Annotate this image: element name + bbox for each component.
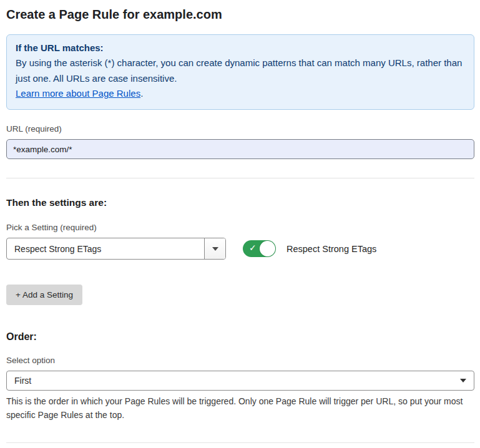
order-section-heading: Order: xyxy=(6,331,474,343)
info-box-heading: If the URL matches: xyxy=(16,41,465,56)
url-input[interactable] xyxy=(6,139,474,159)
order-select-label: Select option xyxy=(6,356,474,365)
chevron-down-icon xyxy=(212,247,218,251)
etags-toggle[interactable]: ✓ xyxy=(243,240,276,257)
learn-more-link[interactable]: Learn more about Page Rules xyxy=(16,88,140,99)
add-setting-button[interactable]: + Add a Setting xyxy=(6,285,82,305)
order-select[interactable]: First xyxy=(6,371,474,391)
setting-select-value: Respect Strong ETags xyxy=(7,238,109,259)
page-rule-form: Create a Page Rule for example.com If th… xyxy=(0,0,480,448)
setting-picker-label: Pick a Setting (required) xyxy=(6,223,474,232)
order-help-text: This is the order in which your Page Rul… xyxy=(6,395,474,422)
info-box-link-line: Learn more about Page Rules. xyxy=(16,86,465,101)
check-icon: ✓ xyxy=(249,243,257,253)
url-field-label: URL (required) xyxy=(6,124,474,134)
etags-toggle-label: Respect Strong ETags xyxy=(287,244,376,254)
page-title: Create a Page Rule for example.com xyxy=(6,7,474,22)
section-divider xyxy=(6,178,474,178)
footer-actions: Cancel Save as Draft Save and Deploy Pag… xyxy=(6,442,474,448)
setting-select-arrow-button[interactable] xyxy=(204,238,225,259)
order-select-value: First xyxy=(14,376,31,386)
link-period: . xyxy=(140,88,143,99)
settings-section-heading: Then the settings are: xyxy=(6,197,474,208)
chevron-down-icon xyxy=(460,379,466,382)
setting-row: Respect Strong ETags ✓ Respect Strong ET… xyxy=(6,238,474,260)
toggle-knob xyxy=(260,241,275,256)
url-match-info-box: If the URL matches: By using the asteris… xyxy=(6,34,474,110)
setting-select[interactable]: Respect Strong ETags xyxy=(6,238,226,260)
info-box-body: By using the asterisk (*) character, you… xyxy=(16,56,465,86)
